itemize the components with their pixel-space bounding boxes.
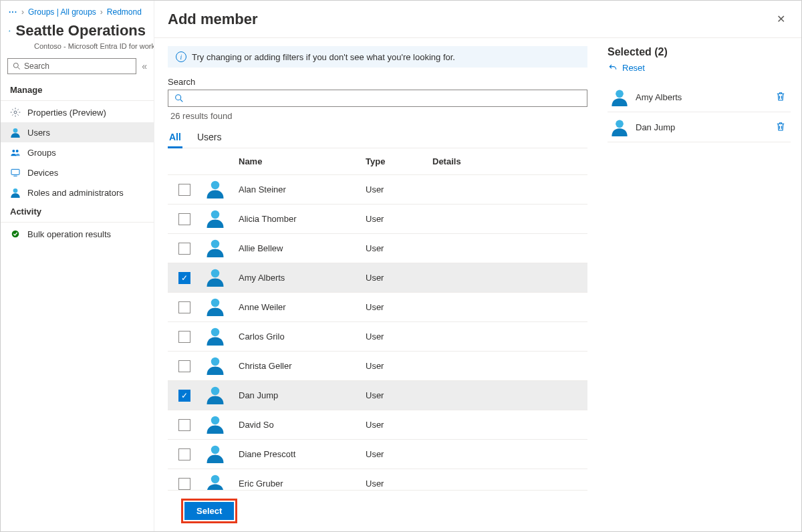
user-avatar-icon	[205, 355, 225, 375]
result-row[interactable]: Anne Weiler User	[168, 293, 587, 322]
sidebar-item-label: Users	[27, 128, 50, 138]
row-checkbox[interactable]: ✓	[178, 272, 190, 284]
result-row[interactable]: Allie Bellew User	[168, 234, 587, 263]
row-details	[428, 452, 587, 457]
result-row[interactable]: ✓ Amy Alberts User	[168, 263, 587, 293]
row-type: User	[362, 270, 428, 285]
modal-title: Add member	[168, 11, 257, 28]
info-banner: i Try changing or adding filters if you …	[168, 46, 587, 68]
page-subtitle: Contoso - Microsoft Entra ID for workfo	[1, 41, 154, 58]
undo-icon	[608, 62, 618, 73]
user-avatar-icon	[205, 267, 225, 287]
row-type: User	[362, 241, 428, 256]
svg-point-8	[12, 231, 19, 238]
row-details	[428, 187, 587, 192]
row-name: Diane Prescott	[235, 446, 362, 462]
sidebar-item-groups[interactable]: Groups	[1, 142, 154, 162]
row-type: User	[362, 476, 428, 491]
breadcrumb-groups[interactable]: Groups | All groups	[28, 7, 96, 17]
user-avatar-icon	[205, 178, 225, 198]
row-details	[428, 217, 587, 222]
row-checkbox[interactable]	[178, 243, 190, 255]
svg-rect-6	[11, 169, 19, 174]
tab-users[interactable]: Users	[196, 128, 223, 148]
selected-name: Dan Jump	[636, 122, 767, 132]
row-checkbox[interactable]	[178, 360, 190, 372]
row-checkbox[interactable]	[178, 419, 190, 431]
gear-icon	[10, 107, 21, 118]
remove-selected-button[interactable]	[773, 89, 788, 106]
result-row[interactable]: Eric Gruber User	[168, 469, 587, 491]
close-button[interactable]: ✕	[774, 10, 788, 28]
sidebar-item-label: Roles and administrators	[27, 188, 124, 198]
row-name: Dan Jump	[235, 388, 362, 403]
row-details	[428, 246, 587, 251]
search-icon	[12, 61, 21, 71]
user-icon	[10, 127, 21, 138]
breadcrumb-more-icon[interactable]: ···	[9, 7, 17, 17]
chevron-right-icon: ›	[100, 7, 103, 17]
svg-point-3	[14, 111, 17, 114]
row-details	[428, 422, 587, 428]
row-type: User	[362, 182, 428, 197]
result-row[interactable]: Carlos Grilo User	[168, 322, 587, 352]
results-header: Name Type Details	[168, 148, 587, 175]
user-avatar-icon	[205, 237, 225, 257]
row-name: Amy Alberts	[235, 270, 362, 285]
bulk-icon	[10, 229, 21, 239]
sidebar-item-bulk-operation-results[interactable]: Bulk operation results	[1, 224, 154, 244]
results-count: 26 results found	[170, 111, 587, 121]
col-name: Name	[235, 154, 362, 169]
row-checkbox[interactable]	[178, 301, 190, 313]
col-details: Details	[428, 154, 587, 169]
result-row[interactable]: Alicia Thomber User	[168, 205, 587, 234]
row-checkbox[interactable]: ✓	[178, 390, 190, 402]
sidebar-item-roles-and-administrators[interactable]: Roles and administrators	[1, 182, 154, 203]
collapse-sidebar-icon[interactable]: «	[142, 61, 147, 72]
result-row[interactable]: ✓ Dan Jump User	[168, 381, 587, 410]
row-type: User	[362, 358, 428, 374]
row-checkbox[interactable]	[178, 478, 190, 490]
selected-name: Amy Alberts	[636, 92, 767, 102]
sidebar-item-label: Groups	[27, 148, 56, 158]
row-checkbox[interactable]	[178, 331, 190, 343]
add-member-panel: Add member ✕ i Try changing or adding fi…	[154, 1, 801, 531]
row-name: Alan Steiner	[235, 182, 362, 197]
selected-header: Selected (2)	[608, 46, 791, 58]
user-avatar-icon	[205, 325, 225, 346]
row-details	[428, 305, 587, 310]
results-list[interactable]: Name Type Details Alan Steiner User Alic…	[168, 148, 587, 491]
row-checkbox[interactable]	[178, 184, 190, 196]
user-avatar-icon	[610, 88, 629, 106]
tab-all[interactable]: All	[168, 128, 182, 148]
row-name: Carlos Grilo	[235, 329, 362, 344]
result-row[interactable]: Alan Steiner User	[168, 175, 587, 205]
row-details	[428, 364, 587, 369]
row-details	[428, 393, 587, 398]
svg-point-4	[12, 150, 15, 152]
result-row[interactable]: Diane Prescott User	[168, 440, 587, 469]
sidebar-item-properties-preview-[interactable]: Properties (Preview)	[1, 102, 154, 122]
sidebar-item-label: Bulk operation results	[27, 229, 111, 239]
row-checkbox[interactable]	[178, 213, 190, 225]
sidebar-item-users[interactable]: Users	[1, 122, 154, 142]
info-icon: i	[176, 51, 186, 62]
row-checkbox[interactable]	[178, 448, 190, 460]
user-avatar-icon	[205, 296, 225, 316]
row-type: User	[362, 388, 428, 403]
sidebar-item-devices[interactable]: Devices	[1, 162, 154, 182]
reset-button[interactable]: Reset	[608, 62, 791, 73]
row-type: User	[362, 329, 428, 344]
result-row[interactable]: David So User	[168, 410, 587, 440]
member-search-input[interactable]	[168, 90, 587, 107]
breadcrumb-redmond[interactable]: Redmond	[107, 7, 142, 17]
result-row[interactable]: Christa Geller User	[168, 352, 587, 381]
sidebar-search-input[interactable]: Search	[7, 58, 136, 74]
search-icon	[174, 93, 184, 104]
section-activity: Activity	[1, 203, 154, 221]
select-button[interactable]: Select	[184, 502, 234, 520]
remove-selected-button[interactable]	[773, 119, 788, 136]
row-name: Anne Weiler	[235, 299, 362, 315]
svg-point-5	[16, 150, 19, 152]
user-avatar-icon	[205, 208, 225, 228]
